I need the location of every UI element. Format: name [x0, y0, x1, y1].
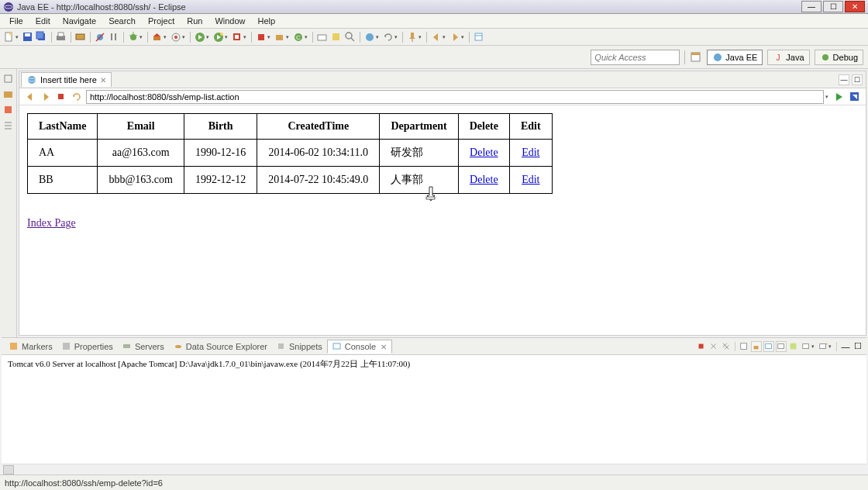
menu-file[interactable]: File — [3, 15, 29, 27]
remove-launch-icon[interactable] — [708, 341, 719, 352]
menu-help[interactable]: Help — [252, 15, 282, 27]
maximize-panel-icon[interactable]: ☐ — [852, 341, 863, 352]
svg-marker-43 — [453, 33, 458, 41]
svg-rect-9 — [58, 33, 64, 36]
minimize-editor-button[interactable]: — — [839, 74, 849, 85]
svg-rect-79 — [741, 343, 747, 349]
url-dropdown-icon[interactable]: ▾ — [825, 94, 828, 100]
svg-point-15 — [130, 34, 136, 40]
clear-console-icon[interactable] — [739, 341, 749, 352]
menubar: File Edit Navigate Search Project Run Wi… — [0, 14, 868, 29]
open-task-icon[interactable] — [330, 31, 343, 43]
tab-dse[interactable]: Data Source Explorer — [169, 340, 272, 353]
maximize-button[interactable]: ☐ — [823, 1, 843, 12]
navigator-icon[interactable] — [3, 105, 14, 116]
stop-icon[interactable] — [255, 31, 267, 43]
outline-icon[interactable] — [3, 120, 14, 131]
tab-console[interactable]: Console✕ — [327, 340, 392, 354]
save-all-icon[interactable] — [36, 31, 48, 43]
debug-icon[interactable] — [127, 31, 140, 43]
console-scrollbar[interactable] — [2, 464, 866, 474]
svg-rect-30 — [258, 34, 264, 40]
menu-run[interactable]: Run — [181, 15, 208, 27]
tab-servers[interactable]: Servers — [118, 340, 169, 353]
quick-access-input[interactable] — [591, 50, 680, 65]
svg-rect-81 — [766, 343, 772, 348]
menu-project[interactable]: Project — [142, 15, 181, 27]
svg-rect-66 — [10, 343, 17, 350]
new-server-icon[interactable] — [74, 31, 87, 43]
tab-markers[interactable]: Markers — [5, 340, 57, 353]
menu-search[interactable]: Search — [102, 15, 142, 27]
svg-rect-72 — [699, 343, 704, 348]
tab-properties[interactable]: Properties — [57, 340, 118, 353]
external-tools-icon[interactable] — [231, 31, 243, 43]
menu-edit[interactable]: Edit — [29, 15, 57, 27]
maximize-editor-button[interactable]: ☐ — [852, 74, 863, 85]
remove-all-icon[interactable] — [721, 341, 732, 352]
show-console-icon[interactable] — [763, 341, 774, 352]
browser-url-input[interactable] — [86, 90, 824, 104]
toggle-ant-icon[interactable] — [170, 31, 182, 43]
edit-link[interactable]: Edit — [522, 147, 539, 158]
svg-rect-68 — [123, 344, 130, 348]
eclipse-icon — [3, 2, 14, 12]
delete-link[interactable]: Delete — [470, 174, 498, 185]
browser-open-external-icon[interactable] — [849, 91, 861, 103]
browser-forward-icon[interactable] — [40, 91, 52, 103]
editor-tab-browser[interactable]: Insert title here ✕ — [21, 72, 112, 87]
pin-icon[interactable] — [406, 31, 418, 43]
new-package-icon[interactable] — [274, 31, 286, 43]
open-type-icon[interactable] — [316, 31, 329, 43]
restore-icon[interactable] — [3, 74, 14, 85]
run-last-icon[interactable] — [212, 31, 225, 43]
scroll-lock-icon[interactable] — [751, 341, 762, 352]
forward-nav-icon[interactable] — [449, 31, 461, 43]
index-page-link[interactable]: Index Page — [27, 217, 76, 229]
run-icon[interactable] — [194, 31, 206, 43]
print-icon[interactable] — [55, 31, 67, 43]
svg-rect-71 — [333, 343, 340, 349]
th-birth: Birth — [184, 114, 257, 140]
svg-marker-20 — [153, 33, 160, 36]
wizard-icon[interactable] — [473, 31, 485, 43]
browser-go-icon[interactable] — [833, 91, 846, 103]
back-nav-icon[interactable] — [430, 31, 443, 43]
open-perspective-icon[interactable] — [690, 51, 702, 64]
th-created: CreatedTime — [257, 114, 380, 140]
perspective-java[interactable]: JJava — [767, 50, 809, 65]
edit-link[interactable]: Edit — [522, 174, 539, 185]
open-console-icon[interactable] — [801, 341, 811, 352]
refresh-icon[interactable] — [382, 31, 394, 43]
delete-link[interactable]: Delete — [470, 147, 498, 158]
skip-breakpoints-icon[interactable] — [94, 31, 106, 43]
browser-toolbar: ▾ — [19, 88, 866, 105]
perspective-javaee[interactable]: Java EE — [707, 50, 763, 65]
browser-stop-icon[interactable] — [55, 91, 67, 103]
pin-console-icon[interactable] — [776, 341, 787, 352]
new-icon[interactable] — [3, 31, 16, 43]
bottom-panel: Markers Properties Servers Data Source E… — [2, 337, 866, 474]
svg-rect-5 — [25, 33, 30, 36]
menu-window[interactable]: Window — [208, 15, 251, 27]
close-window-button[interactable]: ✕ — [845, 1, 865, 12]
toggle-mark-icon[interactable] — [363, 31, 376, 43]
close-tab-icon[interactable]: ✕ — [100, 76, 106, 85]
build-icon[interactable] — [151, 31, 164, 43]
project-explorer-icon[interactable] — [3, 89, 14, 100]
browser-refresh-icon[interactable] — [71, 91, 83, 103]
new-console-icon[interactable]: + — [818, 341, 828, 352]
minimize-button[interactable]: — — [801, 1, 822, 12]
save-icon[interactable] — [22, 31, 34, 43]
perspective-debug[interactable]: Debug — [815, 50, 863, 65]
svg-rect-35 — [332, 33, 339, 40]
browser-back-icon[interactable] — [24, 91, 36, 103]
tab-snippets[interactable]: Snippets — [272, 340, 327, 353]
resume-icon[interactable] — [108, 31, 120, 43]
terminate-icon[interactable] — [696, 341, 707, 352]
search-icon[interactable] — [344, 31, 356, 43]
minimize-panel-icon[interactable]: — — [840, 341, 851, 352]
display-selected-icon[interactable] — [788, 341, 799, 352]
new-class-icon[interactable]: C — [292, 31, 305, 43]
menu-navigate[interactable]: Navigate — [57, 15, 102, 27]
